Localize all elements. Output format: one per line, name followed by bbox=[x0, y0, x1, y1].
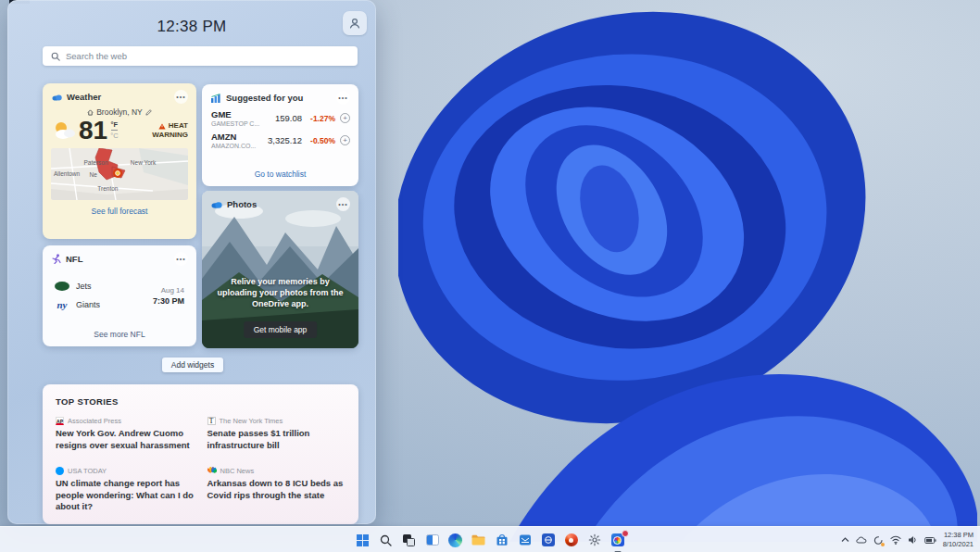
map-label-trenton: Trenton bbox=[97, 185, 118, 192]
settings-button[interactable] bbox=[586, 533, 602, 548]
web-search-bar[interactable] bbox=[43, 46, 358, 66]
tray-chevron-button[interactable] bbox=[841, 537, 849, 543]
nfl-player-icon bbox=[52, 254, 61, 264]
get-mobile-app-button[interactable]: Get mobile app bbox=[244, 321, 318, 338]
speaker-icon bbox=[908, 535, 918, 545]
story-source: NBC News bbox=[220, 467, 255, 475]
ap-logo-icon: AP bbox=[56, 417, 64, 425]
chevron-up-icon bbox=[841, 537, 849, 543]
notification-badge bbox=[622, 530, 629, 537]
weather-cloud-icon bbox=[52, 93, 62, 101]
story-source: The New York Times bbox=[220, 417, 283, 425]
edit-pencil-icon[interactable] bbox=[145, 109, 152, 116]
pinned-app-button[interactable] bbox=[540, 533, 556, 548]
photos-app-button[interactable] bbox=[609, 533, 625, 548]
photos-message: Relive your memories by uploading your p… bbox=[211, 276, 349, 309]
battery-tray-button[interactable] bbox=[924, 536, 936, 545]
stocks-title: Suggested for you bbox=[226, 93, 332, 103]
stock-row-gme[interactable]: GME GAMESTOP C... 159.08 -1.27% + bbox=[202, 105, 358, 127]
usa-today-logo-icon bbox=[56, 467, 64, 475]
news-story[interactable]: T The New York Times Senate passes $1 tr… bbox=[207, 417, 346, 451]
profile-button[interactable] bbox=[343, 11, 367, 35]
news-story[interactable]: NBC News Arkansas down to 8 ICU beds as … bbox=[207, 467, 346, 513]
add-widgets-button[interactable]: Add widgets bbox=[162, 358, 223, 372]
go-to-watchlist-link[interactable]: Go to watchlist bbox=[202, 169, 358, 179]
gear-icon bbox=[588, 533, 601, 546]
warning-triangle-icon bbox=[158, 123, 166, 130]
taskbar-search-button[interactable] bbox=[378, 533, 394, 548]
heat-warning-badge: HEAT WARNING bbox=[152, 121, 188, 139]
panel-clock: 12:38 PM bbox=[7, 18, 376, 36]
stocks-widget[interactable]: Suggested for you ••• GME GAMESTOP C... … bbox=[202, 84, 358, 186]
story-source: USA TODAY bbox=[68, 467, 107, 475]
search-icon bbox=[380, 534, 392, 546]
tray-clock[interactable]: 12:38 PM 8/10/2021 bbox=[943, 531, 974, 549]
edge-icon bbox=[448, 533, 462, 547]
photos-menu-button[interactable]: ••• bbox=[336, 197, 350, 211]
stock-symbol: AMZN bbox=[211, 132, 265, 142]
onedrive-tray-button[interactable] bbox=[856, 536, 867, 544]
nfl-menu-button[interactable]: ••• bbox=[174, 252, 188, 266]
widgets-button[interactable] bbox=[424, 533, 440, 548]
nbc-peacock-icon bbox=[207, 467, 217, 475]
story-headline[interactable]: Arkansas down to 8 ICU beds as Covid rip… bbox=[207, 478, 346, 501]
person-icon bbox=[348, 17, 361, 30]
alerts-tray-button[interactable] bbox=[873, 535, 884, 546]
desktop-wallpaper: 12:38 PM Weather ••• bbox=[0, 0, 980, 552]
celsius-toggle[interactable]: °C bbox=[110, 132, 118, 140]
photos-widget[interactable]: Photos ••• Relive your memories by uploa… bbox=[202, 191, 358, 348]
see-more-nfl-link[interactable]: See more NFL bbox=[43, 330, 196, 339]
task-view-button[interactable] bbox=[401, 533, 417, 548]
stock-price: 3,325.12 bbox=[265, 135, 302, 145]
weather-title: Weather bbox=[67, 92, 170, 102]
photos-title: Photos bbox=[227, 199, 332, 209]
team-name: Giants bbox=[76, 300, 100, 309]
add-to-watchlist-button[interactable]: + bbox=[340, 135, 350, 145]
story-headline[interactable]: UN climate change report has people wond… bbox=[56, 478, 195, 513]
stock-company: GAMESTOP C... bbox=[211, 120, 265, 127]
home-icon bbox=[87, 109, 94, 116]
jets-logo bbox=[55, 282, 69, 291]
story-headline[interactable]: Senate passes $1 trillion infrastructure… bbox=[207, 428, 346, 451]
stock-price: 159.08 bbox=[265, 113, 302, 123]
stock-change: -0.50% bbox=[302, 136, 335, 145]
wifi-icon bbox=[890, 535, 901, 545]
news-story[interactable]: AP Associated Press New York Gov. Andrew… bbox=[56, 417, 195, 451]
nfl-widget[interactable]: NFL ••• Jets ny Giants Aug 14 7:30 PM bbox=[43, 245, 196, 346]
office-button[interactable] bbox=[563, 533, 579, 548]
mail-button[interactable] bbox=[517, 533, 533, 548]
windows-bloom-wallpaper bbox=[398, 0, 977, 542]
file-explorer-button[interactable] bbox=[471, 533, 486, 548]
team-name: Jets bbox=[76, 282, 92, 291]
search-input[interactable] bbox=[66, 51, 349, 61]
game-time: 7:30 PM bbox=[153, 296, 184, 306]
heat-warning-line1: HEAT bbox=[169, 121, 188, 131]
add-to-watchlist-button[interactable]: + bbox=[340, 113, 350, 123]
stocks-menu-button[interactable]: ••• bbox=[336, 91, 350, 105]
store-bag-icon bbox=[496, 533, 509, 546]
taskbar: 12:38 PM 8/10/2021 bbox=[0, 526, 980, 552]
microsoft-store-button[interactable] bbox=[494, 533, 509, 548]
top-stories-header: TOP STORIES bbox=[56, 396, 346, 407]
wifi-tray-button[interactable] bbox=[890, 535, 901, 545]
edge-browser-button[interactable] bbox=[447, 533, 463, 548]
map-label-newark: Ne bbox=[89, 171, 96, 178]
map-label-paterson: Paterson bbox=[84, 159, 108, 166]
news-story[interactable]: USA TODAY UN climate change report has p… bbox=[56, 467, 195, 513]
see-full-forecast-link[interactable]: See full forecast bbox=[43, 207, 196, 216]
game-date: Aug 14 bbox=[153, 286, 184, 295]
stock-row-amzn[interactable]: AMZN AMAZON.CO... 3,325.12 -0.50% + bbox=[202, 127, 358, 149]
top-stories-card: TOP STORIES AP Associated Press New York… bbox=[43, 384, 358, 524]
start-button[interactable] bbox=[355, 533, 371, 548]
story-headline[interactable]: New York Gov. Andrew Cuomo resigns over … bbox=[56, 428, 195, 451]
weather-alert-map[interactable]: Paterson New York Allentown Ne Trenton bbox=[51, 148, 188, 200]
partly-cloudy-icon bbox=[52, 120, 77, 141]
volume-tray-button[interactable] bbox=[908, 535, 918, 545]
pinned-app-icon bbox=[542, 533, 555, 546]
fahrenheit-toggle[interactable]: °F bbox=[111, 120, 119, 131]
weather-widget[interactable]: Weather ••• Brooklyn, NY 81 bbox=[43, 83, 196, 239]
weather-menu-button[interactable]: ••• bbox=[174, 90, 188, 104]
onedrive-cloud-icon bbox=[856, 536, 867, 544]
tray-time: 12:38 PM bbox=[943, 531, 974, 540]
stocks-chart-icon bbox=[211, 94, 221, 103]
